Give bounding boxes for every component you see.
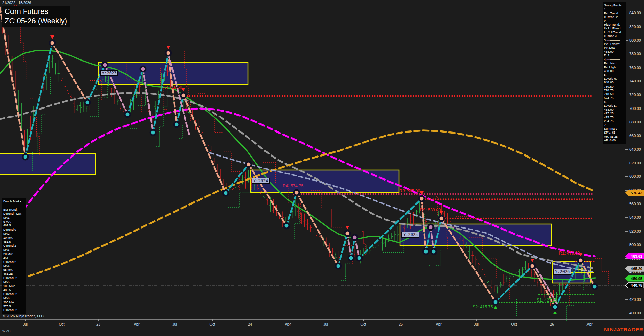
- swing-pivots-line: 1.-------------: [604, 7, 625, 11]
- copyright-label: © 2026 NinjaTrader, LLC: [3, 314, 44, 318]
- swing-pivots-line: D: 2: [604, 54, 625, 57]
- bench-marks-line: MA1.------: [3, 216, 25, 220]
- price-tag-483.61: 483.61: [625, 253, 644, 259]
- pivot-high-marker: [428, 224, 433, 230]
- swing-pivots-line: SP's: 65: [604, 131, 625, 135]
- pivot-low-triangle: [493, 306, 498, 309]
- swing-pivots-line: Swing Pivots: [604, 4, 625, 7]
- pivot-low-marker: [223, 190, 228, 196]
- trailing-stop-steps-up: [130, 83, 146, 128]
- chart-window: 21/2022 - 15/2026 Corn Futures ZC 05-26 …: [0, 0, 644, 336]
- pivot-high-marker: [181, 93, 186, 98]
- pivot-low-marker: [356, 255, 362, 261]
- swing-pivots-line: 438.00: [604, 108, 625, 112]
- swing-leg-up: [496, 266, 532, 302]
- swing-pivots-line: AR: 85.25: [604, 135, 625, 139]
- swing-pivots-line: Summary: [604, 127, 625, 131]
- swing-pivots-line: 5.-------------: [604, 73, 625, 77]
- price-chart-canvas[interactable]: [0, 0, 644, 336]
- swing-pivots-line: Pvt Low: [604, 46, 625, 50]
- pivot-low-marker: [174, 122, 179, 127]
- bench-marks-line: 576.5: [3, 305, 25, 309]
- bench-marks-line: MA6.------: [3, 296, 25, 301]
- bench-marks-line: UTrend 2: [3, 260, 25, 264]
- swing-leg-down: [0, 7, 25, 157]
- pivot-high-marker: [50, 40, 55, 46]
- pivot-low-marker: [150, 130, 156, 135]
- year-box-label: Y:2025: [401, 232, 419, 238]
- year-box-label: Y:2026: [553, 269, 571, 275]
- swing-pivots-line: 3.-------------: [604, 39, 625, 42]
- level-label-r3: R3: 567.00: [399, 189, 420, 193]
- pivot-high-triangle: [530, 259, 534, 262]
- swing-pivots-line: Pvt High: [604, 66, 625, 69]
- bench-marks-line: 10 MA:: [3, 236, 25, 240]
- trailing-stop-steps-up: [498, 280, 535, 316]
- swing-pivots-line: Lo:2 UTrend: [604, 31, 625, 34]
- swing-pivots-line: 574.75: [604, 96, 625, 100]
- swing-pivots-line: 2.-------------: [604, 19, 625, 23]
- bench-marks-panel[interactable]: Bench Marks------------BM Trend:DTrend -…: [2, 198, 26, 314]
- year-range-box[interactable]: [0, 154, 96, 175]
- pivot-low-marker: [125, 112, 130, 117]
- bench-marks-line: MA3.------: [3, 248, 25, 252]
- level-label-r1: R1: 476.00: [559, 251, 580, 256]
- swing-pivots-line: Levels S:: [604, 104, 625, 108]
- bench-marks-line: 200 MA:: [3, 301, 25, 305]
- bench-marks-line: 451.5: [3, 240, 25, 244]
- swing-pivots-line: Pvt. Next:: [604, 62, 625, 65]
- swing-pivots-line: UTrend 4: [604, 34, 625, 38]
- level-label-r2: R2: 539.00: [420, 208, 441, 212]
- swing-pivots-line: Levels R:: [604, 77, 625, 81]
- swing-pivots-line: Pvt. Trend:: [604, 11, 625, 15]
- pivot-high-marker: [439, 216, 444, 221]
- trailing-stop-steps-down: [14, 5, 40, 155]
- trailing-stop-steps-up: [179, 110, 186, 139]
- bench-marks-line: 20 MA:: [3, 252, 25, 256]
- price-tag-465.20: 465.20: [625, 266, 644, 272]
- year-box-label: Y:2023: [100, 70, 118, 76]
- swing-pivots-line: 848.00: [604, 81, 625, 85]
- bench-marks-line: 483.5: [3, 288, 25, 292]
- swing-leg-up: [226, 164, 249, 193]
- swing-pivots-line: HiLo Trend:: [604, 23, 625, 27]
- swing-pivots-line: 468.00: [604, 69, 625, 73]
- swing-pivots-line: 778.75: [604, 89, 625, 92]
- bench-marks-line: ------------: [3, 204, 25, 208]
- price-tag-450.95: 450.95: [625, 275, 644, 282]
- pivot-high-marker: [294, 190, 299, 195]
- swing-pivots-panel[interactable]: Swing Pivots1.-------------Pvt. Trend:DT…: [603, 2, 626, 144]
- pivot-high-marker: [166, 50, 171, 56]
- contract-subtitle: ZC 05-26 (Weekly): [5, 16, 67, 26]
- pivot-low-marker: [493, 299, 498, 305]
- bench-marks-line: 451: [3, 256, 25, 260]
- bench-marks-line: DTrend 0: [3, 228, 25, 232]
- swing-pivots-line: AF: 8.00: [604, 139, 625, 142]
- bench-marks-line: 55 MA:: [3, 268, 25, 272]
- pivot-low-triangle: [553, 311, 557, 314]
- pivot-low-marker: [431, 249, 436, 254]
- pivot-high-marker: [530, 263, 535, 269]
- swing-pivots-line: 415.75: [604, 116, 625, 119]
- swing-leg-up: [25, 43, 52, 157]
- pivot-high-triangle: [166, 46, 170, 49]
- bench-marks-line: MA2.------: [3, 232, 25, 236]
- pivot-low-marker: [592, 284, 597, 289]
- level-label-s2: S2: 415.75: [473, 305, 493, 309]
- level-label-r4: R4: 574.75: [283, 184, 303, 188]
- swing-pivots-line: Hi:2 UTrend: [604, 27, 625, 30]
- swing-pivots-line: DTrend -2: [604, 15, 625, 19]
- swing-pivots-line: 6.-------------: [604, 100, 625, 104]
- date-range-label: 21/2022 - 15/2026: [2, 1, 31, 5]
- year-range-box[interactable]: [400, 224, 551, 245]
- year-range-box[interactable]: [250, 170, 399, 192]
- swing-pivots-line: 427.25: [604, 112, 625, 115]
- pivot-high-marker: [140, 66, 146, 72]
- bench-marks-line: DTrend -2: [3, 276, 25, 280]
- instrument-title: Corn Futures: [5, 7, 67, 16]
- pivot-high-marker: [578, 258, 583, 263]
- pivot-high-marker: [352, 235, 358, 240]
- year-range-box[interactable]: [99, 63, 248, 85]
- bench-marks-line: MA5.------: [3, 280, 25, 284]
- swing-pivots-line: 4.-------------: [604, 58, 625, 62]
